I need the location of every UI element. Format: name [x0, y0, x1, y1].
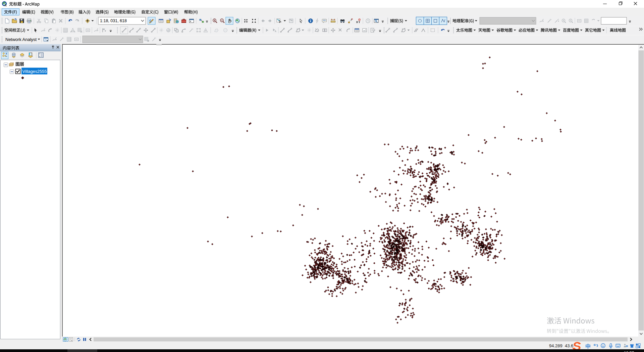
svg-text:Network Analyst: Network Analyst: [5, 37, 37, 42]
svg-text:Villages2555: Villages2555: [22, 69, 47, 74]
svg-text:1:18, 031, 618: 1:18, 031, 618: [100, 18, 127, 23]
svg-text:i: i: [148, 40, 148, 42]
